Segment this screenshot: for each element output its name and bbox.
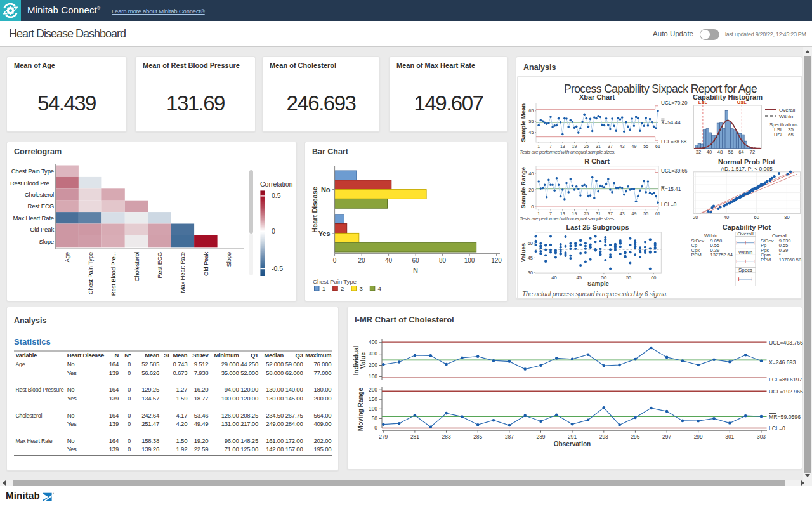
svg-text:139.26: 139.26 xyxy=(141,446,159,453)
svg-text:25: 25 xyxy=(584,211,589,216)
svg-text:142.00: 142.00 xyxy=(266,446,284,453)
svg-text:100: 100 xyxy=(464,257,475,264)
svg-text:0: 0 xyxy=(128,446,131,453)
svg-text:LCL=89.6197: LCL=89.6197 xyxy=(769,376,802,383)
svg-text:0: 0 xyxy=(128,369,131,376)
svg-text:Old Peak: Old Peak xyxy=(30,226,54,233)
svg-text:UCL=403.766: UCL=403.766 xyxy=(769,340,803,346)
svg-text:65: 65 xyxy=(788,132,794,138)
svg-text:55: 55 xyxy=(626,275,631,281)
svg-text:65: 65 xyxy=(528,108,534,114)
svg-text:No: No xyxy=(67,437,75,444)
svg-text:Moving Range: Moving Range xyxy=(357,387,364,431)
svg-text:297: 297 xyxy=(662,433,671,440)
svg-text:Correlation: Correlation xyxy=(260,180,293,188)
svg-text:3: 3 xyxy=(359,285,363,292)
svg-text:4.17: 4.17 xyxy=(176,412,188,419)
svg-text:Individual: Individual xyxy=(353,345,360,375)
svg-text:49.49: 49.49 xyxy=(194,420,209,427)
svg-text:0: 0 xyxy=(333,257,337,264)
svg-text:43: 43 xyxy=(620,211,625,216)
svg-text:31: 31 xyxy=(596,211,601,216)
svg-text:202.00: 202.00 xyxy=(313,437,331,444)
svg-text:Max Heart Rate: Max Heart Rate xyxy=(179,252,186,293)
svg-text:UCL=192.965: UCL=192.965 xyxy=(769,388,803,395)
svg-text:9.512: 9.512 xyxy=(194,360,209,367)
svg-text:50: 50 xyxy=(372,415,378,421)
svg-text:62.000: 62.000 xyxy=(285,369,303,376)
svg-text:Analysis: Analysis xyxy=(14,316,46,325)
svg-text:80: 80 xyxy=(439,257,447,264)
svg-text:13: 13 xyxy=(560,144,565,149)
svg-text:94.00: 94.00 xyxy=(225,386,239,393)
svg-text:195.00: 195.00 xyxy=(313,446,331,453)
svg-text:158.38: 158.38 xyxy=(141,437,159,444)
svg-text:4.20: 4.20 xyxy=(176,420,188,427)
svg-text:Rest Blood Pressure: Rest Blood Pressure xyxy=(15,387,63,393)
svg-text:120.00: 120.00 xyxy=(240,386,258,393)
svg-text:Rest ECG: Rest ECG xyxy=(156,252,163,279)
svg-text:37: 37 xyxy=(608,144,613,149)
svg-text:UCL=39.66: UCL=39.66 xyxy=(661,168,688,174)
svg-text:45: 45 xyxy=(528,129,534,135)
svg-text:Rest Blood Pre...: Rest Blood Pre... xyxy=(10,180,54,187)
svg-text:287: 287 xyxy=(505,433,514,440)
svg-text:Yes: Yes xyxy=(67,395,77,402)
svg-text:No: No xyxy=(67,412,75,419)
svg-text:Overall: Overall xyxy=(779,107,796,113)
svg-text:No: No xyxy=(67,360,75,367)
svg-text:30: 30 xyxy=(528,270,533,275)
svg-text:0: 0 xyxy=(128,420,131,427)
svg-text:120.00: 120.00 xyxy=(240,395,258,402)
svg-text:400: 400 xyxy=(369,339,377,345)
svg-text:4: 4 xyxy=(378,285,382,292)
svg-text:PPM: PPM xyxy=(691,252,702,258)
svg-text:45: 45 xyxy=(528,255,533,261)
svg-text:0: 0 xyxy=(272,227,275,235)
svg-text:19.20: 19.20 xyxy=(194,437,209,444)
svg-text:AD: 1.517, P: < 0.005: AD: 1.517, P: < 0.005 xyxy=(721,166,773,172)
svg-text:StDev: StDev xyxy=(192,352,209,359)
svg-text:Tests are performed with unequ: Tests are performed with unequal sample … xyxy=(520,149,615,155)
svg-text:32: 32 xyxy=(696,149,701,155)
svg-text:Rest ECG: Rest ECG xyxy=(27,202,54,209)
svg-text:7: 7 xyxy=(549,144,552,149)
svg-text:164: 164 xyxy=(109,437,119,444)
svg-text:56.626: 56.626 xyxy=(141,369,159,376)
svg-text:40: 40 xyxy=(724,215,729,220)
svg-text:16.20: 16.20 xyxy=(194,386,209,393)
svg-text:61: 61 xyxy=(655,144,660,149)
svg-text:Heart Disease: Heart Disease xyxy=(311,187,318,233)
svg-text:120: 120 xyxy=(491,257,502,264)
svg-text:76.000: 76.000 xyxy=(313,360,331,367)
svg-text:UCL=70.20: UCL=70.20 xyxy=(661,100,688,106)
svg-text:284.00: 284.00 xyxy=(285,420,303,427)
svg-text:134.57: 134.57 xyxy=(141,395,159,402)
svg-text:43: 43 xyxy=(620,144,625,149)
svg-text:Within: Within xyxy=(738,249,752,255)
svg-text:Minimum: Minimum xyxy=(214,352,239,359)
svg-text:20: 20 xyxy=(693,215,698,220)
svg-text:The actual process spread is r: The actual process spread is represented… xyxy=(522,291,667,298)
svg-text:1: 1 xyxy=(537,144,540,149)
svg-text:71.00: 71.00 xyxy=(225,446,239,453)
svg-text:20: 20 xyxy=(528,187,534,193)
svg-text:Slope: Slope xyxy=(225,252,232,267)
svg-text:N*: N* xyxy=(124,352,131,359)
svg-text:1.27: 1.27 xyxy=(176,386,188,393)
svg-text:96.00: 96.00 xyxy=(225,437,239,444)
svg-text:Chest Pain Type: Chest Pain Type xyxy=(87,252,94,294)
svg-text:0: 0 xyxy=(531,204,534,209)
svg-text:200: 200 xyxy=(369,387,377,393)
svg-text:1: 1 xyxy=(537,211,540,216)
svg-text:LCL=0: LCL=0 xyxy=(661,202,677,208)
svg-text:Statistics: Statistics xyxy=(14,337,51,347)
svg-text:295: 295 xyxy=(631,433,639,440)
svg-text:52.000: 52.000 xyxy=(240,369,258,376)
svg-text:164: 164 xyxy=(109,360,119,367)
svg-text:45: 45 xyxy=(577,275,582,281)
svg-text:301: 301 xyxy=(725,433,734,440)
svg-text:49: 49 xyxy=(632,211,637,216)
svg-text:X=54.44: X=54.44 xyxy=(661,120,681,126)
svg-text:251.47: 251.47 xyxy=(141,420,159,427)
